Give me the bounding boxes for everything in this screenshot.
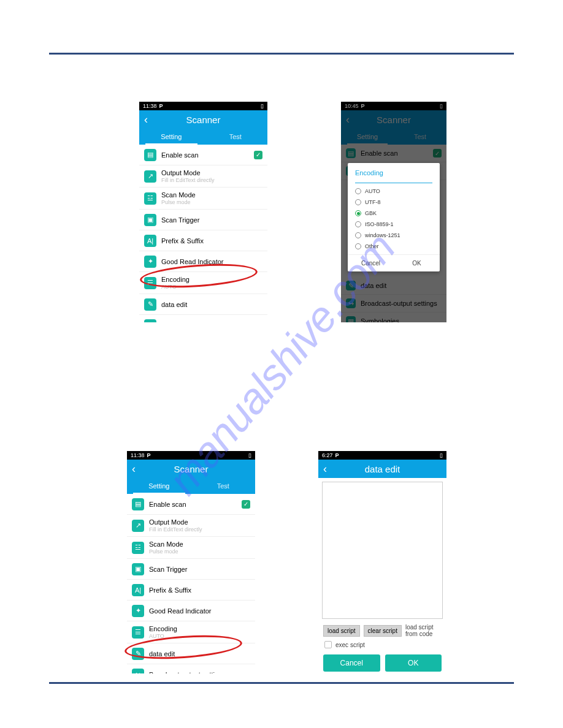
radio-icon: [355, 232, 361, 238]
status-time: 11:38: [131, 452, 145, 458]
ok-button[interactable]: OK: [394, 255, 440, 271]
row-output-mode[interactable]: ↗Output ModeFill in EditText directly: [139, 165, 267, 188]
tab-test[interactable]: Test: [204, 129, 268, 145]
opt-label: UTF-8: [365, 199, 381, 205]
opt-other[interactable]: Other: [355, 241, 432, 252]
tab-test[interactable]: Test: [191, 478, 256, 494]
clear-script-button[interactable]: clear script: [364, 625, 402, 637]
row-sublabel: Fill in EditText directly: [149, 526, 250, 533]
row-sublabel: Fill in EditText directly: [161, 177, 262, 183]
encoding-icon: ☰: [144, 277, 156, 289]
opt-win1251[interactable]: windows-1251: [355, 230, 432, 241]
cancel-button[interactable]: Cancel: [348, 255, 394, 271]
indicator-icon: ✦: [144, 256, 156, 268]
row-prefix-suffix[interactable]: A|Prefix & Suffix: [139, 230, 267, 251]
row-enable-scan[interactable]: ▤Enable scan✓: [127, 494, 255, 515]
scan-icon: ▤: [144, 149, 156, 161]
bottom-actions: Cancel OK: [318, 651, 446, 673]
battery-icon: ▯: [440, 452, 443, 458]
row-sublabel: Pulse mode: [149, 548, 250, 555]
row-scan-mode[interactable]: ☳Scan ModePulse mode: [139, 188, 267, 210]
opt-label: ISO-8859-1: [365, 221, 394, 227]
row-scan-mode[interactable]: ☳Scan ModePulse mode: [127, 537, 255, 559]
row-scan-trigger[interactable]: ▣Scan Trigger: [127, 559, 255, 580]
radio-icon: [355, 243, 361, 249]
android-p-icon: P: [159, 103, 163, 109]
screenshot-scanner-dataedit: 11:38P ▯ ‹ Scanner Setting Test ▤Enable …: [127, 451, 255, 673]
checkbox-checked-icon[interactable]: ✓: [254, 151, 262, 159]
load-script-button[interactable]: load script: [323, 625, 360, 637]
row-enable-scan[interactable]: ▤Enable scan✓: [139, 145, 267, 165]
script-button-row: load script clear script load script fro…: [318, 623, 446, 639]
row-label: Good Read Indicator: [149, 607, 250, 615]
row-sublabel: AUTO: [149, 633, 250, 639]
opt-utf8[interactable]: UTF-8: [355, 197, 432, 208]
back-icon[interactable]: ‹: [139, 113, 153, 126]
app-bar: ‹ Scanner: [127, 460, 255, 478]
row-broadcast[interactable]: ↪Broadcast-output settings: [127, 664, 255, 673]
opt-iso[interactable]: ISO-8859-1: [355, 219, 432, 230]
ok-button[interactable]: OK: [385, 654, 442, 672]
row-label: Broadcast-output settings: [161, 322, 262, 323]
row-good-read[interactable]: ✦Good Read Indicator: [139, 251, 267, 272]
exec-script-label: exec script: [335, 642, 365, 648]
edit-icon: ✎: [144, 298, 156, 311]
checkbox-icon[interactable]: [324, 641, 332, 648]
trigger-icon: ▣: [132, 563, 144, 575]
settings-list: ▤Enable scan✓ ↗Output ModeFill in EditTe…: [139, 145, 267, 322]
row-prefix-suffix[interactable]: A|Prefix & Suffix: [127, 580, 255, 601]
row-label: Enable scan: [161, 151, 254, 159]
radio-icon: [355, 188, 361, 194]
status-bar: 11:38P ▯: [139, 102, 267, 110]
row-label: data edit: [149, 650, 250, 658]
opt-gbk[interactable]: GBK: [355, 208, 432, 219]
barcode-icon: ☳: [132, 542, 144, 554]
tab-setting[interactable]: Setting: [139, 129, 204, 145]
encoding-icon: ☰: [132, 626, 144, 639]
opt-auto[interactable]: AUTO: [355, 186, 432, 197]
radio-icon: [355, 221, 361, 227]
load-from-code-label[interactable]: load script from code: [405, 624, 442, 637]
row-encoding[interactable]: ☰EncodingAUTO: [127, 621, 255, 643]
opt-label: Other: [365, 243, 379, 249]
row-good-read[interactable]: ✦Good Read Indicator: [127, 601, 255, 621]
page-divider-bottom: [49, 682, 514, 684]
row-data-edit[interactable]: ✎data edit: [127, 643, 255, 664]
screenshot-data-edit: 6:27P ▯ ‹ data edit load script clear sc…: [318, 451, 446, 673]
settings-list: ▤Enable scan✓ ↗Output ModeFill in EditTe…: [127, 494, 255, 673]
row-label: Encoding: [149, 625, 250, 632]
row-label: Good Read Indicator: [161, 258, 262, 265]
row-label: Prefix & Suffix: [161, 237, 262, 245]
back-icon[interactable]: ‹: [127, 463, 140, 476]
script-textarea[interactable]: [322, 482, 443, 619]
app-bar: ‹ data edit: [318, 460, 446, 478]
page-title: Scanner: [127, 464, 255, 474]
row-encoding[interactable]: ☰EncodingAUTO: [139, 272, 267, 294]
row-broadcast[interactable]: ↪Broadcast-output settings: [139, 315, 267, 322]
back-icon[interactable]: ‹: [318, 463, 332, 476]
output-icon: ↗: [144, 170, 156, 183]
screenshot-encoding-dialog: 10:45P ▯ ‹ Scanner Setting Test ▤Enable …: [341, 102, 446, 322]
status-time: 11:38: [143, 103, 157, 109]
cancel-button[interactable]: Cancel: [323, 654, 380, 672]
opt-label: AUTO: [365, 188, 380, 194]
row-label: Scan Trigger: [161, 216, 262, 224]
tabs: Setting Test: [139, 129, 267, 145]
opt-label: windows-1251: [365, 232, 400, 238]
row-label: data edit: [161, 301, 262, 308]
encoding-dialog: Encoding AUTO UTF-8 GBK ISO-8859-1 windo…: [348, 163, 440, 271]
status-time: 6:27: [322, 452, 333, 458]
dialog-title: Encoding: [348, 163, 440, 183]
tab-setting[interactable]: Setting: [127, 478, 191, 494]
scan-icon: ▤: [132, 498, 144, 510]
radio-icon: [355, 199, 361, 205]
broadcast-icon: ↪: [144, 319, 156, 323]
row-scan-trigger[interactable]: ▣Scan Trigger: [139, 210, 267, 230]
row-output-mode[interactable]: ↗Output ModeFill in EditText directly: [127, 515, 255, 537]
checkbox-checked-icon[interactable]: ✓: [242, 500, 250, 509]
row-label: Prefix & Suffix: [149, 586, 250, 594]
row-data-edit[interactable]: ✎data edit: [139, 294, 267, 315]
row-label: Scan Trigger: [149, 566, 250, 573]
exec-script-row[interactable]: exec script: [318, 639, 446, 651]
status-bar: 11:38P ▯: [127, 451, 255, 460]
